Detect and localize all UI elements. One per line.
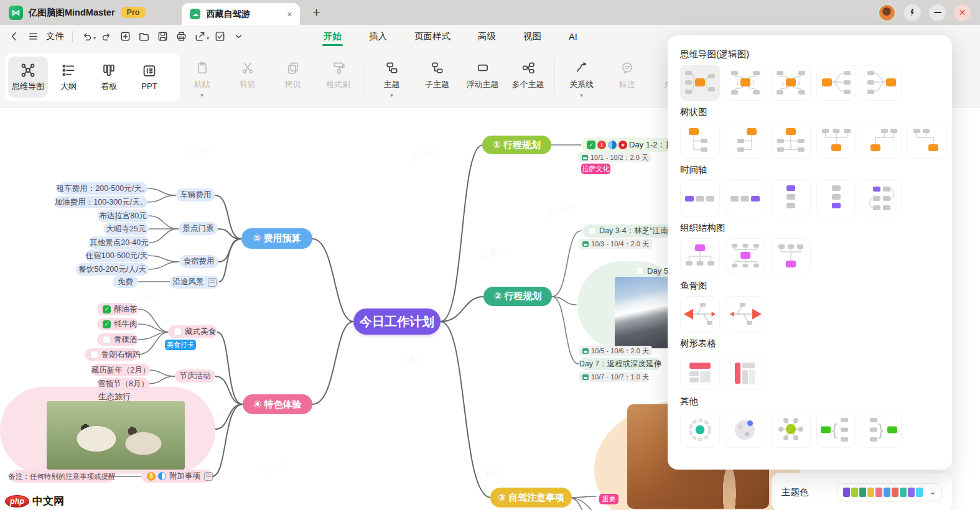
task-done-icon[interactable]: ✓ [587, 141, 595, 149]
layout-thumb-timeline-v-start[interactable] [771, 180, 811, 216]
node-jokhang-ticket[interactable]: 大昭寺25元 [103, 223, 149, 235]
layout-thumb-logic-right[interactable] [816, 65, 856, 101]
color-chip[interactable] [875, 488, 882, 497]
ribbon-button-浮动主题[interactable]: 浮动主题 [460, 53, 505, 109]
menu-tab-插入[interactable]: 插入 [368, 27, 388, 46]
close-tab-icon[interactable]: × [287, 9, 292, 19]
node-shoton-festival[interactable]: 雪顿节（8月） [97, 378, 149, 390]
ribbon-button-粘贴[interactable]: 粘贴▼ [179, 53, 225, 109]
ribbon-button-子主题[interactable]: 子主题 [414, 53, 460, 109]
layout-thumb-org-down[interactable] [680, 238, 720, 274]
close-window-button[interactable]: ✕ [954, 4, 971, 21]
node-branch-2-itinerary[interactable]: ② 行程规划 [483, 287, 552, 306]
priority-icon[interactable]: ! [597, 141, 606, 149]
node-branch-4-experience[interactable]: ④ 特色体验 [243, 394, 312, 414]
view-mode-PPT[interactable]: PPT [129, 57, 169, 98]
menu-button[interactable] [25, 29, 41, 44]
save-button[interactable] [154, 29, 170, 44]
layout-thumb-logic-down-up[interactable]: ↓↑ [726, 65, 765, 101]
layout-thumb-bubble-map[interactable] [726, 412, 765, 448]
color-chip[interactable] [908, 488, 915, 497]
ribbon-button-剪切[interactable]: 剪切 [225, 53, 270, 109]
layout-thumb-tree-up-right[interactable] [907, 123, 947, 159]
color-chip[interactable] [916, 488, 923, 497]
node-branch-1-itinerary[interactable]: ① 行程规划 [482, 136, 551, 154]
note-icon[interactable] [204, 472, 213, 481]
layout-thumb-treetable-header[interactable] [680, 354, 720, 390]
node-tibetan-food[interactable]: 藏式美食 [168, 325, 217, 338]
node-central-topic[interactable]: 今日工作计划 [353, 308, 441, 335]
node-day-7[interactable]: Day 7：返程或深度延伸 [580, 358, 661, 370]
menu-tab-AI[interactable]: AI [567, 28, 579, 45]
node-fuel-cost[interactable]: 加油费用：100-300元/天。 [55, 196, 147, 208]
app-tab[interactable]: ⋈ 亿图脑图MindMaster Pro [0, 0, 154, 25]
ribbon-button-关系线[interactable]: 关系线▼ [559, 53, 604, 109]
user-avatar[interactable] [878, 4, 896, 22]
back-button[interactable] [6, 29, 22, 44]
progress-icon[interactable] [608, 141, 617, 149]
ribbon-button-多个主题[interactable]: 多个主题 [505, 53, 551, 109]
checkbox-checked[interactable]: ✓ [103, 305, 111, 313]
node-branch-3-driving-notes[interactable]: ③ 自驾注意事项 [490, 488, 572, 508]
tag-date-4[interactable]: 10/7 - 10/7：1.0 天 [579, 372, 648, 382]
layout-thumb-tree-down-both[interactable] [771, 123, 811, 159]
menu-tab-视图[interactable]: 视图 [522, 27, 543, 46]
node-meal-cost[interactable]: 餐饮50-200元/人/天 [76, 263, 149, 276]
layout-thumb-treetable-column[interactable] [726, 354, 765, 390]
color-chip[interactable] [867, 488, 874, 497]
view-mode-看板[interactable]: 看板 [89, 57, 129, 98]
print-button[interactable] [173, 29, 189, 44]
node-yak-meat[interactable]: ✓牦牛肉 [97, 318, 138, 330]
export-dropdown-caret[interactable]: ▾ [207, 35, 209, 41]
node-butter-tea[interactable]: ✓酥油茶 [97, 303, 138, 315]
dropdown-caret-icon[interactable]: ▼ [200, 95, 205, 97]
node-barley-wine[interactable]: 青稞酒 [97, 333, 138, 346]
color-chip[interactable] [851, 488, 858, 497]
layout-thumb-tree-up-left[interactable] [862, 123, 902, 159]
newdoc-button[interactable] [117, 29, 133, 44]
node-hotel-cost[interactable]: 住宿100-500元/天 [85, 249, 148, 262]
checkbox-unchecked[interactable] [103, 336, 111, 344]
node-lodging-cost[interactable]: 食宿费用 [179, 255, 218, 268]
undo-button[interactable] [78, 29, 95, 44]
view-mode-大纲[interactable]: 大纲 [49, 57, 88, 98]
node-vehicle-cost[interactable]: 车辆费用 [176, 188, 215, 202]
node-tickets[interactable]: 景点门票 [179, 222, 218, 235]
menu-tab-开始[interactable]: 开始 [322, 27, 343, 46]
layout-thumb-radial-map[interactable] [771, 412, 811, 448]
dropdown-caret-icon[interactable]: ▼ [390, 95, 394, 97]
layout-thumb-logic-down-down[interactable]: ↓↓ [771, 65, 811, 101]
color-chip[interactable] [859, 488, 866, 497]
pro-badge[interactable]: Pro [121, 7, 146, 18]
menu-tab-页面样式[interactable]: 页面样式 [413, 27, 452, 46]
layout-thumb-brace-left[interactable]: } [862, 412, 902, 448]
menu-tab-高级[interactable]: 高级 [477, 27, 497, 46]
layout-thumb-brace-right[interactable]: { [816, 412, 856, 448]
document-tab[interactable]: ☁ 西藏自驾游 × [182, 3, 300, 25]
checkbox-unchecked[interactable] [636, 267, 644, 275]
ribbon-button-拷贝[interactable]: 拷贝 [270, 53, 315, 109]
node-stone-pot-chicken[interactable]: 鲁朗石锅鸡 [85, 348, 138, 361]
layout-thumb-fishbone-left[interactable] [680, 296, 720, 332]
theme-color-selector[interactable]: ⌄ [837, 483, 942, 501]
node-additional-items[interactable]: 3 附加事项 [141, 470, 212, 483]
layout-thumb-tree-down-right[interactable] [680, 123, 720, 159]
file-menu[interactable]: 文件 [46, 30, 64, 42]
layout-thumb-logic-both[interactable] [680, 65, 720, 101]
tag-date-3[interactable]: 10/5 - 10/6：2.0 天 [579, 346, 652, 356]
layout-thumb-fishbone-right[interactable] [726, 296, 765, 332]
layout-thumb-timeline-h-start[interactable] [680, 180, 720, 216]
node-free[interactable]: 免费 [113, 276, 138, 288]
layout-thumb-logic-left[interactable] [862, 65, 902, 101]
undo-dropdown-caret[interactable]: ▾ [93, 35, 96, 41]
color-chip[interactable] [884, 488, 890, 497]
layout-thumb-org-both[interactable] [726, 238, 765, 274]
checkbox-unchecked[interactable] [174, 328, 182, 336]
node-festivals[interactable]: 节庆活动 [175, 369, 215, 382]
collapse-button[interactable] [230, 29, 246, 44]
layout-thumb-timeline-v-end[interactable] [816, 180, 856, 216]
layout-thumb-org-up[interactable] [771, 238, 811, 274]
color-chip[interactable] [900, 488, 907, 497]
view-mode-思维导图[interactable]: 思维导图 [8, 57, 48, 98]
layout-thumb-circle-map[interactable] [680, 412, 720, 448]
